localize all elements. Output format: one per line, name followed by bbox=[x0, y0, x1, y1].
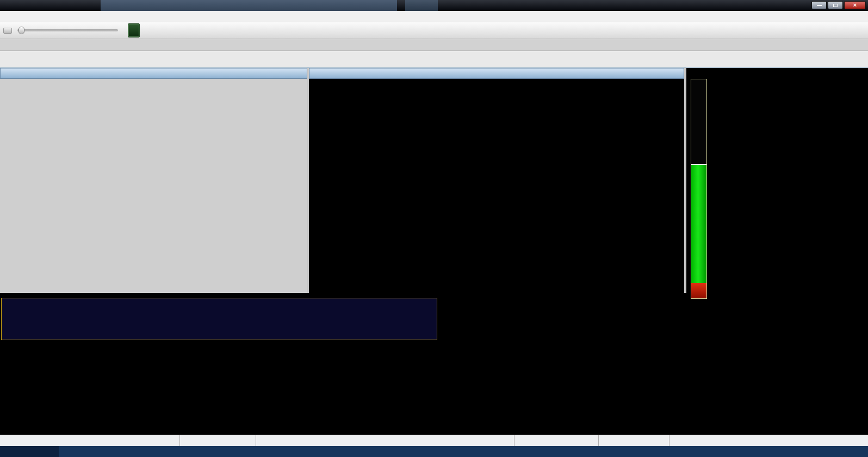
lambda-chart bbox=[441, 351, 686, 418]
ego-correction-gauge bbox=[1, 342, 76, 388]
rpm-gauge bbox=[275, 342, 441, 389]
view-mode-button[interactable] bbox=[128, 23, 140, 37]
road-speed-gauge bbox=[692, 311, 850, 354]
total-enrichment-gauge bbox=[78, 342, 173, 388]
exhaust1-gauge bbox=[1, 388, 76, 433]
rt-flow-status bbox=[598, 435, 669, 446]
rpm-arc bbox=[275, 342, 441, 389]
ve-table-panel bbox=[0, 68, 307, 293]
tab-bar bbox=[0, 51, 868, 68]
minimize-button[interactable] bbox=[811, 1, 827, 9]
ve-table-title bbox=[0, 68, 307, 79]
maximize-button[interactable] bbox=[828, 1, 843, 9]
ve-table bbox=[0, 79, 307, 292]
mesh-panel-title bbox=[309, 68, 684, 79]
windows-taskbar[interactable] bbox=[0, 446, 868, 457]
map-gauge bbox=[279, 388, 362, 433]
firmware-status bbox=[179, 435, 256, 446]
vemstune-window: × bbox=[0, 0, 868, 457]
toolbar bbox=[0, 22, 868, 39]
warmup-enrichment-gauge bbox=[175, 342, 283, 388]
close-button[interactable]: × bbox=[844, 1, 866, 9]
ve-current-gauge bbox=[517, 298, 587, 341]
exhaust2-gauge bbox=[708, 121, 847, 167]
replay-seek-slider[interactable] bbox=[17, 29, 118, 32]
speaker-icon[interactable] bbox=[3, 28, 12, 34]
mesh-cursor-info bbox=[313, 82, 348, 137]
menu-bar bbox=[0, 11, 868, 22]
taskbar-start-area[interactable] bbox=[0, 446, 59, 457]
config-status bbox=[514, 435, 598, 446]
ecu-status-row bbox=[0, 39, 868, 51]
camshaft-inlet-dial bbox=[704, 242, 773, 314]
log-position-status bbox=[669, 435, 868, 446]
mesh-wireframe bbox=[309, 79, 683, 292]
mat-gauge bbox=[78, 388, 144, 433]
sectrig-position-dial bbox=[704, 170, 773, 240]
log-file-status bbox=[256, 435, 514, 446]
right-gauge-column bbox=[686, 68, 868, 435]
gear-gauge bbox=[692, 358, 850, 402]
aero-glass-artifact bbox=[101, 0, 397, 11]
ego-corr-ve-gauge bbox=[442, 298, 512, 341]
throttle-position-gauge bbox=[363, 388, 441, 433]
mesh-panel bbox=[309, 68, 684, 293]
lambda-bars-panel bbox=[1, 298, 437, 340]
slider-thumb[interactable] bbox=[18, 27, 24, 34]
spark-angle-gauge bbox=[592, 298, 686, 341]
status-bar bbox=[0, 435, 868, 446]
backpressure-gauge bbox=[708, 67, 847, 117]
pulse-width-gauge bbox=[209, 388, 277, 433]
coolant-temp-gauge bbox=[146, 388, 208, 433]
title-bar: × bbox=[0, 0, 868, 11]
aero-glass-artifact bbox=[405, 0, 438, 11]
mesh-3d-view[interactable] bbox=[309, 79, 683, 292]
